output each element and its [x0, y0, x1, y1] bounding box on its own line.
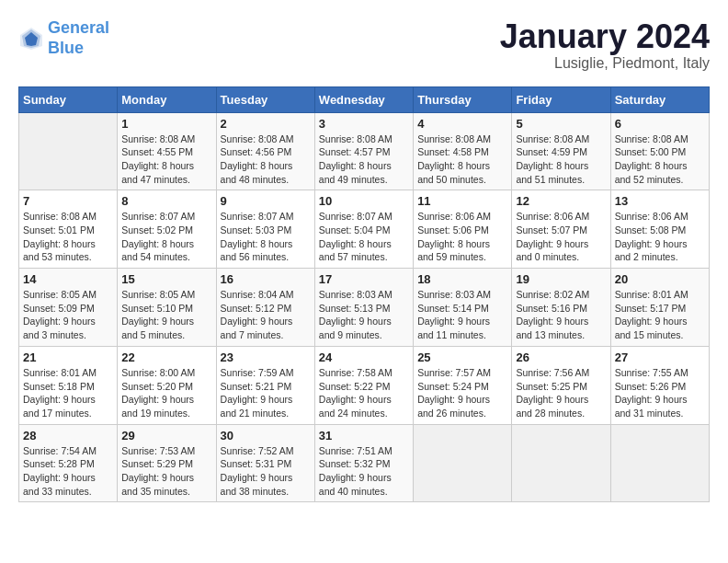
- cell-info: Sunrise: 8:07 AMSunset: 5:04 PMDaylight:…: [319, 210, 409, 264]
- cell-info: Sunrise: 7:57 AMSunset: 5:24 PMDaylight:…: [417, 366, 507, 420]
- cell-info: Sunrise: 8:06 AMSunset: 5:08 PMDaylight:…: [615, 210, 705, 264]
- logo-general: General: [48, 18, 109, 37]
- day-number: 15: [121, 272, 211, 286]
- calendar-cell: 21Sunrise: 8:01 AMSunset: 5:18 PMDayligh…: [19, 346, 118, 424]
- logo: General Blue: [18, 18, 109, 58]
- calendar-cell: 14Sunrise: 8:05 AMSunset: 5:09 PMDayligh…: [19, 269, 118, 347]
- day-number: 19: [516, 272, 606, 286]
- cell-info: Sunrise: 8:06 AMSunset: 5:07 PMDaylight:…: [516, 210, 606, 264]
- week-row-4: 21Sunrise: 8:01 AMSunset: 5:18 PMDayligh…: [19, 346, 710, 424]
- cell-info: Sunrise: 8:07 AMSunset: 5:02 PMDaylight:…: [121, 210, 211, 264]
- day-number: 24: [319, 350, 409, 364]
- cell-info: Sunrise: 7:56 AMSunset: 5:25 PMDaylight:…: [516, 366, 606, 420]
- calendar-table: SundayMondayTuesdayWednesdayThursdayFrid…: [18, 86, 710, 503]
- weekday-header-tuesday: Tuesday: [216, 86, 314, 112]
- cell-info: Sunrise: 8:08 AMSunset: 4:58 PMDaylight:…: [417, 132, 507, 187]
- calendar-cell: 3Sunrise: 8:08 AMSunset: 4:57 PMDaylight…: [314, 112, 413, 190]
- calendar-cell: 31Sunrise: 7:51 AMSunset: 5:32 PMDayligh…: [314, 424, 413, 502]
- day-number: 27: [615, 350, 705, 364]
- cell-info: Sunrise: 8:05 AMSunset: 5:10 PMDaylight:…: [121, 288, 211, 342]
- weekday-header-friday: Friday: [512, 86, 610, 112]
- cell-info: Sunrise: 8:08 AMSunset: 5:00 PMDaylight:…: [615, 132, 705, 187]
- calendar-cell: [610, 424, 709, 502]
- cell-info: Sunrise: 7:59 AMSunset: 5:21 PMDaylight:…: [221, 366, 311, 420]
- day-number: 25: [417, 350, 507, 364]
- week-row-3: 14Sunrise: 8:05 AMSunset: 5:09 PMDayligh…: [19, 269, 710, 347]
- cell-info: Sunrise: 8:01 AMSunset: 5:17 PMDaylight:…: [615, 288, 705, 342]
- calendar-cell: [512, 424, 610, 502]
- day-number: 2: [221, 117, 311, 131]
- day-number: 26: [516, 350, 606, 364]
- calendar-cell: 17Sunrise: 8:03 AMSunset: 5:13 PMDayligh…: [314, 269, 413, 347]
- day-number: 16: [221, 272, 311, 286]
- cell-info: Sunrise: 7:53 AMSunset: 5:29 PMDaylight:…: [121, 444, 211, 499]
- week-row-1: 1Sunrise: 8:08 AMSunset: 4:55 PMDaylight…: [19, 112, 710, 190]
- calendar-cell: 20Sunrise: 8:01 AMSunset: 5:17 PMDayligh…: [610, 269, 709, 347]
- calendar-cell: 9Sunrise: 8:07 AMSunset: 5:03 PMDaylight…: [216, 190, 314, 269]
- day-number: 6: [615, 117, 705, 131]
- cell-info: Sunrise: 8:02 AMSunset: 5:16 PMDaylight:…: [516, 288, 606, 342]
- cell-info: Sunrise: 8:08 AMSunset: 4:59 PMDaylight:…: [516, 132, 606, 187]
- calendar-cell: 23Sunrise: 7:59 AMSunset: 5:21 PMDayligh…: [216, 346, 314, 424]
- cell-info: Sunrise: 7:52 AMSunset: 5:31 PMDaylight:…: [221, 444, 311, 499]
- calendar-cell: 28Sunrise: 7:54 AMSunset: 5:28 PMDayligh…: [19, 424, 118, 502]
- day-number: 13: [615, 194, 705, 208]
- day-number: 20: [615, 272, 705, 286]
- calendar-cell: 6Sunrise: 8:08 AMSunset: 5:00 PMDaylight…: [610, 112, 709, 190]
- weekday-header-saturday: Saturday: [610, 86, 709, 112]
- month-title: January 2024: [500, 18, 710, 55]
- calendar-cell: 22Sunrise: 8:00 AMSunset: 5:20 PMDayligh…: [118, 346, 216, 424]
- day-number: 5: [516, 117, 606, 131]
- day-number: 10: [319, 194, 409, 208]
- weekday-header-monday: Monday: [118, 86, 216, 112]
- calendar-cell: 16Sunrise: 8:04 AMSunset: 5:12 PMDayligh…: [216, 269, 314, 347]
- calendar-cell: 11Sunrise: 8:06 AMSunset: 5:06 PMDayligh…: [414, 190, 512, 269]
- cell-info: Sunrise: 8:06 AMSunset: 5:06 PMDaylight:…: [417, 210, 507, 264]
- calendar-cell: 15Sunrise: 8:05 AMSunset: 5:10 PMDayligh…: [118, 269, 216, 347]
- cell-info: Sunrise: 8:03 AMSunset: 5:13 PMDaylight:…: [319, 288, 409, 342]
- weekday-header-row: SundayMondayTuesdayWednesdayThursdayFrid…: [19, 86, 710, 112]
- day-number: 1: [121, 117, 211, 131]
- calendar-cell: 12Sunrise: 8:06 AMSunset: 5:07 PMDayligh…: [512, 190, 610, 269]
- calendar-cell: 1Sunrise: 8:08 AMSunset: 4:55 PMDaylight…: [118, 112, 216, 190]
- logo-icon: [18, 26, 44, 52]
- cell-info: Sunrise: 7:54 AMSunset: 5:28 PMDaylight:…: [23, 444, 113, 499]
- cell-info: Sunrise: 8:03 AMSunset: 5:14 PMDaylight:…: [417, 288, 507, 342]
- title-block: January 2024 Lusiglie, Piedmont, Italy: [500, 18, 710, 72]
- cell-info: Sunrise: 7:55 AMSunset: 5:26 PMDaylight:…: [615, 366, 705, 420]
- logo-text: General Blue: [48, 18, 109, 58]
- day-number: 28: [23, 429, 113, 442]
- calendar-cell: [414, 424, 512, 502]
- day-number: 23: [221, 350, 311, 364]
- calendar-cell: 30Sunrise: 7:52 AMSunset: 5:31 PMDayligh…: [216, 424, 314, 502]
- calendar-cell: [19, 112, 118, 190]
- page-header: General Blue January 2024 Lusiglie, Pied…: [18, 18, 710, 72]
- day-number: 21: [23, 350, 113, 364]
- calendar-cell: 19Sunrise: 8:02 AMSunset: 5:16 PMDayligh…: [512, 269, 610, 347]
- cell-info: Sunrise: 8:00 AMSunset: 5:20 PMDaylight:…: [121, 366, 211, 420]
- cell-info: Sunrise: 8:08 AMSunset: 5:01 PMDaylight:…: [23, 210, 113, 264]
- day-number: 29: [121, 429, 211, 442]
- day-number: 4: [417, 117, 507, 131]
- day-number: 18: [417, 272, 507, 286]
- cell-info: Sunrise: 8:05 AMSunset: 5:09 PMDaylight:…: [23, 288, 113, 342]
- calendar-cell: 27Sunrise: 7:55 AMSunset: 5:26 PMDayligh…: [610, 346, 709, 424]
- weekday-header-sunday: Sunday: [19, 86, 118, 112]
- calendar-cell: 13Sunrise: 8:06 AMSunset: 5:08 PMDayligh…: [610, 190, 709, 269]
- calendar-cell: 5Sunrise: 8:08 AMSunset: 4:59 PMDaylight…: [512, 112, 610, 190]
- calendar-cell: 4Sunrise: 8:08 AMSunset: 4:58 PMDaylight…: [414, 112, 512, 190]
- calendar-cell: 18Sunrise: 8:03 AMSunset: 5:14 PMDayligh…: [414, 269, 512, 347]
- cell-info: Sunrise: 8:07 AMSunset: 5:03 PMDaylight:…: [221, 210, 311, 264]
- day-number: 7: [23, 194, 113, 208]
- day-number: 30: [221, 429, 311, 442]
- day-number: 14: [23, 272, 113, 286]
- cell-info: Sunrise: 8:08 AMSunset: 4:56 PMDaylight:…: [221, 132, 311, 187]
- cell-info: Sunrise: 8:01 AMSunset: 5:18 PMDaylight:…: [23, 366, 113, 420]
- calendar-cell: 26Sunrise: 7:56 AMSunset: 5:25 PMDayligh…: [512, 346, 610, 424]
- day-number: 31: [319, 429, 409, 442]
- calendar-cell: 10Sunrise: 8:07 AMSunset: 5:04 PMDayligh…: [314, 190, 413, 269]
- calendar-cell: 24Sunrise: 7:58 AMSunset: 5:22 PMDayligh…: [314, 346, 413, 424]
- calendar-cell: 8Sunrise: 8:07 AMSunset: 5:02 PMDaylight…: [118, 190, 216, 269]
- day-number: 8: [121, 194, 211, 208]
- day-number: 17: [319, 272, 409, 286]
